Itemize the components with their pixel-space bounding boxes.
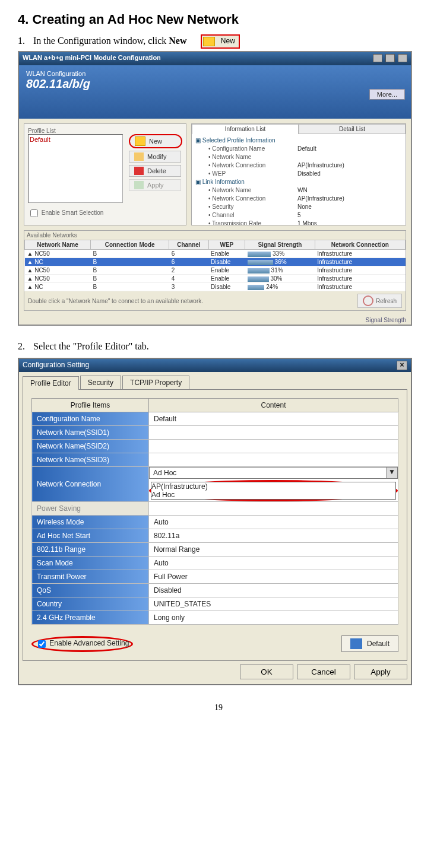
table-row[interactable]: Network Name(SSID2) [32,440,398,453]
tree-key: • Channel [195,211,297,220]
row-label: Scan Mode [32,557,149,570]
table-row[interactable]: ▲ NCB3Disable 24%Infrastructure [25,283,406,291]
row-label: QoS [32,584,149,597]
row-value[interactable] [149,453,398,467]
table-row[interactable]: Power Saving [32,502,398,516]
window-titlebar: WLAN a+b+g mini-PCI Module Configuration [19,52,411,65]
table-row[interactable]: ▲ NC50B6Enable 33%Infrastructure [25,250,406,258]
enable-advanced-setting[interactable]: Enable Advanced Setting [36,639,129,647]
cell-signal: 31% [245,266,315,275]
row-label: Network Connection [32,467,149,502]
enable-smart-checkbox[interactable] [30,209,38,217]
profile-items-table: Profile Items Content Configuration Name… [31,398,398,625]
wlan-config-window: WLAN a+b+g mini-PCI Module Configuration… [18,51,412,326]
table-row[interactable]: Configuration NameDefault [32,412,398,426]
cell-name: ▲ NC [25,258,91,266]
dropdown-value: Ad Hoc [150,468,386,478]
table-row[interactable]: Transmit PowerFull Power [32,570,398,584]
maximize-icon[interactable] [385,54,395,62]
table-row[interactable]: Wireless ModeAuto [32,516,398,529]
table-row[interactable]: Network Name(SSID1) [32,426,398,440]
row-value[interactable]: UNITED_STATES [149,597,398,611]
table-row[interactable]: 2.4 GHz PreambleLong only [32,611,398,625]
tree-value: 5 [297,211,301,220]
row-value[interactable]: Auto [149,557,398,570]
available-networks-table: Network NameConnection ModeChannelWEPSig… [24,240,406,291]
tab-profile-editor[interactable]: Profile Editor [23,376,79,390]
step-1-num: 1. [18,36,31,46]
step-2-text: Select the "Profile Editor" tab. [33,341,149,351]
enable-smart-selection[interactable]: Enable Smart Selection [28,208,182,219]
tree-key: • Network Name [195,153,297,161]
row-value[interactable]: Default [149,412,398,426]
enable-advanced-checkbox[interactable] [38,640,46,648]
tree-value: AP(Infrastructure) [297,195,344,203]
profile-list[interactable]: Default [28,134,123,203]
ok-button[interactable]: OK [240,664,293,679]
table-row[interactable]: ▲ NC50B4Enable 30%Infrastructure [25,275,406,283]
minimize-icon[interactable] [373,54,382,62]
table-row[interactable]: 802.11b RangeNormal Range [32,543,398,557]
tree-key: • Network Connection [195,161,297,170]
row-value[interactable]: Ad Hoc▼AP(Infrastructure)Ad Hoc [149,467,398,502]
close-icon[interactable]: × [397,361,407,370]
new-button[interactable]: New [129,134,182,148]
table-row[interactable]: CountryUNITED_STATES [32,597,398,611]
row-value[interactable] [149,502,398,516]
row-label: Wireless Mode [32,516,149,529]
modify-button[interactable]: Modify [129,151,181,163]
modify-icon [134,152,144,161]
profile-item-default[interactable]: Default [30,136,121,143]
dropdown-option[interactable]: Ad Hoc [151,491,395,499]
dropdown-list[interactable]: AP(Infrastructure)Ad Hoc [151,482,396,500]
refresh-button[interactable]: Refresh [357,294,402,308]
row-label: Country [32,597,149,611]
cell-wep: Disable [208,283,245,291]
row-label: Configuration Name [32,412,149,426]
tab-detail-list[interactable]: Detail List [299,124,406,134]
banner-line1: WLAN Configuration [26,70,404,77]
delete-button[interactable]: Delete [129,165,181,177]
row-value[interactable]: 802.11a [149,529,398,543]
apply-button[interactable]: Apply [129,179,181,191]
network-connection-dropdown[interactable]: Ad Hoc▼ [149,467,398,479]
row-label: Network Name(SSID3) [32,453,149,467]
table-row[interactable]: ▲ NC50B2Enable 31%Infrastructure [25,266,406,275]
enable-advanced-highlight: Enable Advanced Setting [31,636,133,652]
row-value[interactable]: Auto [149,516,398,529]
dropdown-highlight: AP(Infrastructure)Ad Hoc [149,480,398,501]
apply-button[interactable]: Apply [354,664,407,679]
table-row[interactable]: ▲ NCB6Disable 36%Infrastructure [25,258,406,266]
new-button-label: New [149,138,162,145]
tab-security[interactable]: Security [80,376,121,389]
dropdown-option[interactable]: AP(Infrastructure) [151,482,395,491]
row-value[interactable]: Normal Range [149,543,398,557]
table-header: Network Connection [315,240,405,250]
info-box: Information List Detail List ▣ Selected … [191,123,406,225]
default-button[interactable]: Default [341,635,398,652]
close-icon[interactable] [398,54,407,62]
cell-channel: 6 [169,250,208,258]
section-title: 4. Creating an Ad Hoc New Network [18,12,419,27]
table-row[interactable]: Network Name(SSID3) [32,453,398,467]
row-value[interactable]: Long only [149,611,398,625]
table-row[interactable]: Network ConnectionAd Hoc▼AP(Infrastructu… [32,467,398,502]
row-value[interactable]: Disabled [149,584,398,597]
table-row[interactable]: QoSDisabled [32,584,398,597]
table-row[interactable]: Scan ModeAuto [32,557,398,570]
tab-information-list[interactable]: Information List [192,124,299,134]
row-value[interactable]: Full Power [149,570,398,584]
more-button[interactable]: More... [369,89,405,100]
available-networks-label: Available Networks [24,231,406,240]
tab-tcpip[interactable]: TCP/IP Property [122,376,189,389]
chevron-down-icon[interactable]: ▼ [386,468,397,478]
cell-conn: Infrastructure [315,266,405,275]
new-folder-icon [135,136,145,146]
enable-smart-label: Enable Smart Selection [42,209,104,216]
table-row[interactable]: Ad Hoc Net Start802.11a [32,529,398,543]
row-value[interactable] [149,440,398,453]
tree-group-link-info: ▣ Link Information [195,178,402,186]
tree-row: • WEPDisabled [195,170,402,178]
cancel-button[interactable]: Cancel [297,664,350,679]
row-value[interactable] [149,426,398,440]
